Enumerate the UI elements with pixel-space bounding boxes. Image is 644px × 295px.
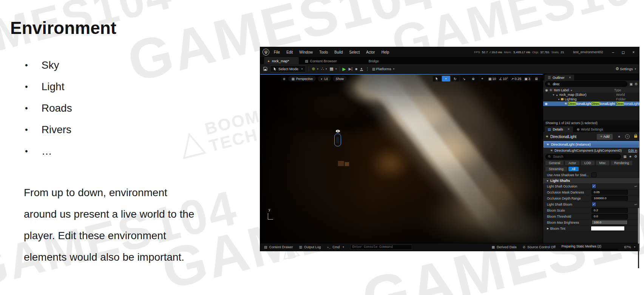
column-type[interactable]: Type [614,88,638,92]
outliner-row-directional-light[interactable]: ◉ ☀ DirectionalLightDirectionalLight Dir… [543,101,639,106]
bloom-tint-color-swatch[interactable] [591,226,625,231]
browse-icon[interactable]: ∗ [618,135,621,138]
maximize-viewport-icon[interactable]: ⊞ [532,76,541,81]
minimize-button[interactable]: – [612,50,614,54]
close-button[interactable]: × [632,50,635,54]
menu-item-help[interactable]: Help [381,50,389,54]
console-command-input[interactable] [350,244,412,250]
pin-column-icon[interactable]: ✛ [550,88,553,92]
platforms-dropdown[interactable]: ▥ Platforms [372,67,394,71]
lit-mode-dropdown[interactable]: ◐ Lit [318,76,330,81]
rotation-snap-toggle[interactable]: ∠10° [498,76,509,81]
menu-item-actor[interactable]: Actor [366,50,375,54]
player-character-gizmo[interactable] [334,130,341,146]
outliner-search-input[interactable] [545,81,627,87]
maximize-button[interactable]: ◻ [622,50,625,54]
blueprints-icon[interactable]: ∴ [321,66,327,71]
bloom-scale-value-field[interactable]: 0.2 [591,208,628,213]
lock-icon[interactable] [634,135,637,138]
tab-rock-map[interactable]: ▲ rock_map* [264,57,299,64]
progress-percent[interactable]: 67% [624,245,635,249]
filter-actor[interactable]: Actor [565,161,579,165]
filter-all[interactable]: All [568,167,579,171]
cinematics-icon[interactable]: ▦ [330,66,337,71]
close-tab-icon[interactable]: ✕ [569,76,571,79]
eject-button[interactable]: ▲ [360,67,363,71]
show-flags-dropdown[interactable]: Show [333,76,347,81]
grid-snap-toggle[interactable]: ▦10 [487,76,497,81]
tab-bridge[interactable]: Bridge [363,58,385,64]
visibility-eye-icon[interactable]: ◉ [545,102,548,106]
tab-outliner[interactable]: ☰ Outliner ✕ [545,75,574,80]
move-tool-icon[interactable]: + [442,76,450,81]
favorites-star-icon[interactable]: ★ [629,155,632,158]
output-log-button[interactable]: ▥ Output Log [299,245,321,249]
camera-speed-control[interactable]: ▣3 [523,76,531,81]
mask-darkness-value-field[interactable]: 0.05 [591,190,628,195]
filter-misc[interactable]: Misc [596,161,609,165]
outliner-settings-gear-icon[interactable]: ⚙ [635,82,638,86]
filter-general[interactable]: General [545,161,564,165]
visibility-column-eye-icon[interactable]: ◉ [545,88,548,92]
expander-icon[interactable]: ▶ [547,227,549,230]
select-tool-icon[interactable] [433,76,441,81]
play-button[interactable]: ▶ [343,66,346,72]
perspective-dropdown[interactable]: ▦ Perspective [288,76,316,81]
save-icon[interactable] [263,67,267,71]
filter-lod[interactable]: LOD [581,161,594,165]
details-settings-gear-icon[interactable]: ⚙ [634,155,637,158]
edit-in-link[interactable]: Edit in [628,149,637,152]
tab-details[interactable]: ▤ Details ✕ [545,126,573,132]
surface-snap-icon[interactable]: ⌖ [478,76,486,81]
rotate-tool-icon[interactable]: ↻ [451,76,459,81]
select-mode-dropdown[interactable]: Select Mode [270,65,306,72]
help-icon[interactable]: ? [625,134,630,139]
menu-item-window[interactable]: Window [299,50,313,54]
add-component-button[interactable]: + Add [596,134,613,140]
details-scrollbar[interactable] [638,198,639,268]
play-options-kebab-icon[interactable]: ⋮ [366,67,369,71]
skip-button[interactable]: ▶| [349,67,352,71]
tab-content-browser[interactable]: ▤ Content Browser [299,58,343,64]
menu-item-build[interactable]: Build [334,50,343,54]
filter-streaming[interactable]: Streaming [545,167,567,171]
tab-world-settings[interactable]: ⊕ World Settings [573,126,607,132]
bloom-threshold-value-field[interactable]: 0.0 [591,214,628,219]
reset-to-default-icon[interactable]: ↩ [634,184,637,188]
add-actor-icon[interactable]: ⊕ [312,66,318,71]
scale-tool-icon[interactable]: ↘ [460,76,468,81]
component-row[interactable]: ☀ DirectionalLightComponent (LightCompon… [543,148,639,153]
derived-data-button[interactable]: ▦ Derived Data [492,245,517,249]
display-options-icon[interactable]: ▦ [623,155,627,158]
world-space-icon[interactable]: ⊕ [469,76,477,81]
bloom-checkbox[interactable]: ✓ [591,202,596,207]
settings-dropdown[interactable]: ⚙ Settings [615,66,636,71]
viewport-options-menu-icon[interactable]: ≡ [283,77,285,81]
reset-to-default-icon[interactable]: ↩ [634,203,637,206]
menu-item-tools[interactable]: Tools [319,50,328,54]
instance-row[interactable]: ☀ DirectionalLight (Instance) [544,141,639,148]
new-folder-icon[interactable]: ▣ [629,82,633,86]
section-light-shafts[interactable]: ▼ Light Shafts [543,178,639,183]
menu-item-file[interactable]: File [274,50,280,54]
column-item-label[interactable]: Item Label [554,88,569,92]
filter-rendering[interactable]: Rendering [611,161,632,165]
scale-snap-toggle[interactable]: ↗0.25 [510,76,522,81]
occlusion-checkbox[interactable]: ✓ [591,184,596,189]
depth-range-value-field[interactable]: 100000.0 [591,196,628,201]
outliner-row-lighting-folder[interactable]: ▼ Lighting Folder [543,97,639,101]
expander-icon[interactable]: ▼ [558,98,560,101]
stop-button[interactable]: ■ [355,67,357,71]
cmd-dropdown[interactable]: >_ Cmd [327,245,344,249]
bloom-max-value-field[interactable]: 100.0 [591,220,628,225]
close-tab-icon[interactable]: ✕ [567,128,570,131]
area-shadows-checkbox[interactable] [591,172,596,177]
source-control-button[interactable]: ⊘ Source Control Off [523,245,556,249]
expander-icon[interactable]: ▼ [552,94,555,96]
menu-item-edit[interactable]: Edit [286,50,293,54]
details-search-input[interactable] [545,154,621,160]
menu-item-select[interactable]: Select [349,50,360,54]
outliner-row-world[interactable]: ▼ ▲ rock_map (Editor) World [543,92,639,97]
level-viewport[interactable]: ≡ ▦ Perspective ◐ Lit Show [260,74,543,243]
content-drawer-button[interactable]: ▤ Content Drawer [264,245,293,249]
